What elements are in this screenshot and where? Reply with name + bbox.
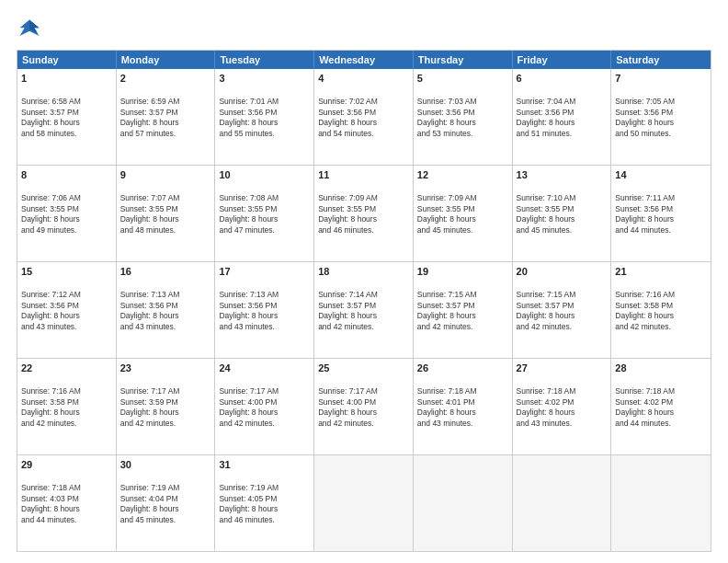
day-info: Sunrise: 7:16 AM	[21, 386, 81, 396]
day-info: Sunset: 3:57 PM	[517, 301, 574, 310]
calendar-cell: 8Sunrise: 7:06 AMSunset: 3:55 PMDaylight…	[17, 166, 117, 261]
calendar-cell: 28Sunrise: 7:18 AMSunset: 4:02 PMDayligh…	[611, 359, 711, 454]
day-number: 13	[517, 168, 608, 182]
day-info: Sunset: 3:57 PM	[417, 301, 475, 310]
day-number: 9	[120, 168, 211, 182]
day-number: 3	[219, 72, 310, 86]
day-info: Sunrise: 7:18 AM	[21, 483, 81, 492]
day-number: 17	[219, 265, 310, 279]
day-info: Daylight: 8 hours	[615, 408, 674, 417]
logo	[17, 17, 46, 42]
header	[17, 17, 711, 42]
day-info: Sunrise: 7:13 AM	[219, 290, 279, 299]
day-info: and 42 minutes.	[615, 322, 670, 331]
calendar-cell: 4Sunrise: 7:02 AMSunset: 3:56 PMDaylight…	[314, 69, 414, 165]
day-info: and 42 minutes.	[120, 419, 176, 428]
calendar-cell: 15Sunrise: 7:12 AMSunset: 3:56 PMDayligh…	[17, 262, 117, 358]
day-info: and 50 minutes.	[615, 129, 670, 138]
day-info: Daylight: 8 hours	[318, 118, 377, 127]
day-number: 25	[318, 362, 409, 375]
day-info: and 43 minutes.	[21, 322, 76, 331]
day-number: 27	[517, 362, 608, 375]
day-info: Sunrise: 7:18 AM	[417, 386, 477, 396]
day-info: Sunset: 4:04 PM	[120, 494, 178, 503]
day-info: Daylight: 8 hours	[21, 311, 80, 320]
day-info: Sunset: 3:57 PM	[21, 108, 79, 117]
calendar-cell: 25Sunrise: 7:17 AMSunset: 4:00 PMDayligh…	[314, 359, 414, 454]
day-info: and 42 minutes.	[417, 322, 472, 331]
calendar: SundayMondayTuesdayWednesdayThursdayFrid…	[17, 50, 711, 552]
logo-icon	[17, 17, 42, 42]
day-info: Sunset: 4:02 PM	[615, 397, 673, 407]
calendar-cell: 5Sunrise: 7:03 AMSunset: 3:56 PMDaylight…	[414, 69, 513, 165]
day-info: Sunrise: 7:18 AM	[615, 386, 675, 396]
day-info: and 44 minutes.	[615, 225, 670, 235]
day-number: 10	[219, 168, 310, 182]
calendar-cell: 10Sunrise: 7:08 AMSunset: 3:55 PMDayligh…	[215, 166, 314, 261]
day-info: Daylight: 8 hours	[219, 311, 278, 320]
calendar-cell: 7Sunrise: 7:05 AMSunset: 3:56 PMDaylight…	[611, 69, 711, 165]
day-info: Sunrise: 7:17 AM	[120, 386, 180, 396]
day-number: 1	[21, 72, 112, 86]
day-info: and 55 minutes.	[219, 129, 274, 138]
day-number: 29	[21, 458, 112, 472]
day-info: and 47 minutes.	[219, 225, 274, 235]
calendar-body: 1Sunrise: 6:58 AMSunset: 3:57 PMDaylight…	[17, 69, 711, 551]
day-info: Sunset: 3:58 PM	[21, 397, 79, 407]
day-info: Sunrise: 7:03 AM	[417, 97, 477, 106]
day-info: Sunrise: 7:17 AM	[219, 386, 279, 396]
day-number: 12	[417, 168, 508, 182]
calendar-row: 15Sunrise: 7:12 AMSunset: 3:56 PMDayligh…	[17, 261, 711, 358]
day-info: Sunset: 3:55 PM	[21, 204, 79, 213]
day-info: Sunset: 3:55 PM	[318, 204, 376, 213]
page: SundayMondayTuesdayWednesdayThursdayFrid…	[0, 0, 728, 563]
day-info: and 43 minutes.	[517, 419, 572, 428]
day-info: Sunset: 3:56 PM	[417, 108, 475, 117]
day-info: Sunrise: 7:12 AM	[21, 290, 81, 299]
calendar-cell	[414, 455, 513, 551]
day-info: Daylight: 8 hours	[120, 311, 179, 320]
calendar-cell: 21Sunrise: 7:16 AMSunset: 3:58 PMDayligh…	[611, 262, 711, 358]
day-info: Daylight: 8 hours	[120, 118, 179, 127]
calendar-cell: 27Sunrise: 7:18 AMSunset: 4:02 PMDayligh…	[513, 359, 612, 454]
day-info: Daylight: 8 hours	[219, 504, 278, 513]
day-number: 2	[120, 72, 211, 86]
calendar-cell	[314, 455, 414, 551]
day-info: Sunset: 3:56 PM	[517, 108, 574, 117]
calendar-cell: 6Sunrise: 7:04 AMSunset: 3:56 PMDaylight…	[513, 69, 612, 165]
day-number: 5	[417, 72, 508, 86]
calendar-cell: 16Sunrise: 7:13 AMSunset: 3:56 PMDayligh…	[117, 262, 216, 358]
calendar-row: 22Sunrise: 7:16 AMSunset: 3:58 PMDayligh…	[17, 358, 711, 454]
day-info: Daylight: 8 hours	[21, 408, 80, 417]
calendar-cell: 11Sunrise: 7:09 AMSunset: 3:55 PMDayligh…	[314, 166, 414, 261]
day-info: and 53 minutes.	[417, 129, 472, 138]
calendar-header-cell: Saturday	[611, 51, 711, 69]
day-info: Sunrise: 7:15 AM	[517, 290, 576, 299]
day-info: Sunset: 3:56 PM	[21, 301, 79, 310]
day-info: and 58 minutes.	[21, 129, 76, 138]
day-info: Sunset: 3:55 PM	[219, 204, 277, 213]
day-info: Daylight: 8 hours	[21, 118, 80, 127]
day-info: Sunset: 3:56 PM	[219, 301, 277, 310]
day-info: and 42 minutes.	[318, 419, 373, 428]
day-info: Sunrise: 7:09 AM	[417, 193, 477, 202]
day-number: 26	[417, 362, 508, 375]
day-number: 18	[318, 265, 409, 279]
day-number: 6	[517, 72, 608, 86]
day-info: Daylight: 8 hours	[318, 311, 377, 320]
calendar-header-cell: Wednesday	[314, 51, 414, 69]
day-info: and 42 minutes.	[318, 322, 373, 331]
day-info: and 44 minutes.	[21, 515, 76, 524]
day-info: Sunset: 3:57 PM	[318, 301, 376, 310]
calendar-cell: 31Sunrise: 7:19 AMSunset: 4:05 PMDayligh…	[215, 455, 314, 551]
day-info: Sunset: 4:02 PM	[517, 397, 574, 407]
day-info: and 49 minutes.	[21, 225, 76, 235]
day-info: and 51 minutes.	[517, 129, 572, 138]
day-info: Daylight: 8 hours	[615, 118, 674, 127]
calendar-cell: 23Sunrise: 7:17 AMSunset: 3:59 PMDayligh…	[117, 359, 216, 454]
day-info: Sunrise: 7:10 AM	[517, 193, 576, 202]
day-info: and 42 minutes.	[219, 419, 274, 428]
calendar-cell: 24Sunrise: 7:17 AMSunset: 4:00 PMDayligh…	[215, 359, 314, 454]
day-info: Daylight: 8 hours	[517, 214, 575, 224]
day-info: Daylight: 8 hours	[219, 408, 278, 417]
